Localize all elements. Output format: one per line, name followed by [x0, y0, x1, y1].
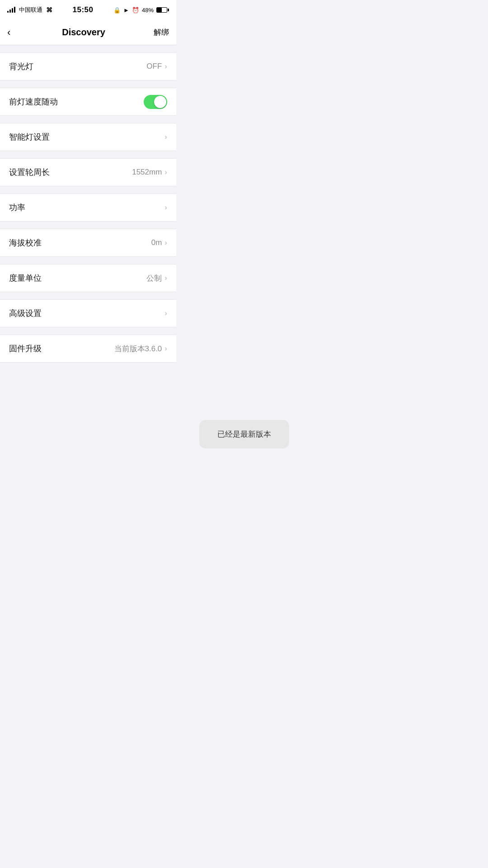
gap-8	[0, 327, 176, 335]
headlight-toggle[interactable]	[144, 95, 167, 109]
altitude-chevron: ›	[164, 238, 167, 247]
wheel-value: 1552mm	[132, 168, 162, 177]
status-bar: 中国联通 ⌘ 15:50 🔒 ► ⏰ 48%	[0, 0, 176, 20]
headlight-label: 前灯速度随动	[9, 96, 58, 107]
battery-percent: 48%	[142, 7, 154, 14]
unit-chevron: ›	[164, 274, 167, 283]
gap-7	[0, 292, 176, 299]
altitude-label: 海拔校准	[9, 237, 42, 248]
nav-bar: ‹ Discovery 解绑	[0, 20, 176, 45]
advanced-right: ›	[164, 309, 167, 318]
unit-right: 公制 ›	[146, 273, 167, 283]
advanced-chevron: ›	[164, 309, 167, 318]
toggle-knob	[154, 96, 166, 108]
firmware-value: 当前版本3.6.0	[114, 344, 162, 354]
section-unit: 度量单位 公制 ›	[0, 264, 176, 292]
row-unit[interactable]: 度量单位 公制 ›	[0, 264, 176, 292]
unit-value: 公制	[146, 273, 162, 283]
smart-light-right: ›	[164, 132, 167, 142]
smart-light-chevron: ›	[164, 132, 167, 142]
section-altitude: 海拔校准 0m ›	[0, 229, 176, 257]
smart-light-label: 智能灯设置	[9, 132, 50, 142]
section-advanced: 高级设置 ›	[0, 299, 176, 327]
unbind-button[interactable]: 解绑	[142, 27, 169, 38]
carrier-name: 中国联通	[19, 6, 42, 14]
row-power[interactable]: 功率 ›	[0, 194, 176, 221]
status-left: 中国联通 ⌘	[7, 6, 52, 14]
settings-list: 背光灯 OFF › 前灯速度随动 智能灯设置 › 设置轮周长	[0, 45, 176, 363]
backlight-value: OFF	[146, 62, 162, 71]
alarm-icon: ⏰	[132, 7, 139, 14]
gap-5	[0, 222, 176, 229]
back-button[interactable]: ‹	[7, 27, 25, 38]
altitude-right: 0m ›	[151, 238, 167, 247]
firmware-label: 固件升级	[9, 343, 42, 354]
status-time: 15:50	[73, 5, 94, 14]
row-altitude[interactable]: 海拔校准 0m ›	[0, 229, 176, 256]
row-advanced[interactable]: 高级设置 ›	[0, 300, 176, 327]
gap-1	[0, 80, 176, 88]
gap-3	[0, 151, 176, 158]
power-right: ›	[164, 203, 167, 212]
gap-2	[0, 116, 176, 123]
section-firmware: 固件升级 当前版本3.6.0 ›	[0, 335, 176, 363]
section-wheel: 设置轮周长 1552mm ›	[0, 158, 176, 186]
lock-icon: 🔒	[113, 7, 121, 14]
section-backlight: 背光灯 OFF ›	[0, 52, 176, 80]
section-headlight: 前灯速度随动	[0, 88, 176, 116]
wifi-icon: ⌘	[46, 6, 52, 14]
power-chevron: ›	[164, 203, 167, 212]
wheel-chevron: ›	[164, 168, 167, 177]
gap-6	[0, 257, 176, 264]
power-label: 功率	[9, 202, 25, 213]
row-headlight[interactable]: 前灯速度随动	[0, 88, 176, 115]
row-smart-light[interactable]: 智能灯设置 ›	[0, 123, 176, 151]
status-right: 🔒 ► ⏰ 48%	[113, 7, 169, 14]
backlight-right: OFF ›	[146, 62, 167, 71]
signal-icon	[7, 7, 15, 13]
backlight-chevron: ›	[164, 62, 167, 71]
location-icon: ►	[123, 7, 129, 14]
page-title: Discovery	[62, 27, 105, 38]
gap-4	[0, 186, 176, 193]
row-wheel[interactable]: 设置轮周长 1552mm ›	[0, 159, 176, 186]
section-power: 功率 ›	[0, 193, 176, 222]
section-smart-light: 智能灯设置 ›	[0, 123, 176, 151]
row-backlight[interactable]: 背光灯 OFF ›	[0, 53, 176, 80]
wheel-label: 设置轮周长	[9, 167, 50, 178]
advanced-label: 高级设置	[9, 308, 42, 319]
unit-label: 度量单位	[9, 273, 42, 283]
battery-icon	[156, 7, 169, 13]
altitude-value: 0m	[151, 238, 162, 247]
firmware-chevron: ›	[164, 344, 167, 353]
firmware-right: 当前版本3.6.0 ›	[114, 344, 167, 354]
backlight-label: 背光灯	[9, 61, 33, 72]
wheel-right: 1552mm ›	[132, 168, 167, 177]
row-firmware[interactable]: 固件升级 当前版本3.6.0 ›	[0, 335, 176, 362]
